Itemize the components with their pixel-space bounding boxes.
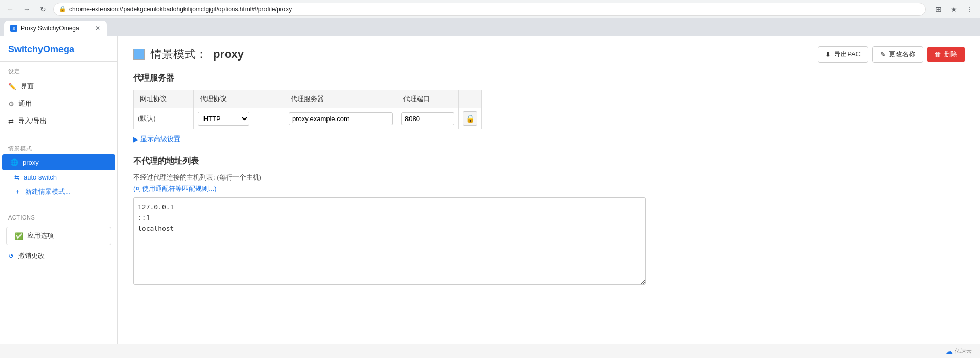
globe-icon: 🌐 <box>10 158 18 166</box>
col-proxy-server: 代理服务器 <box>284 90 397 108</box>
sidebar-item-proxy[interactable]: 🌐 proxy <box>2 154 115 170</box>
profiles-section-label: 情景模式 <box>0 138 117 154</box>
advanced-settings-link[interactable]: ▶ 显示高级设置 <box>133 129 965 144</box>
export-icon: ⬇ <box>825 51 831 58</box>
sidebar-divider-2 <box>0 204 117 204</box>
col-proxy-protocol: 代理协议 <box>193 90 284 108</box>
revert-item[interactable]: ↺ 撤销更改 <box>0 247 117 265</box>
delete-button[interactable]: 🗑 删除 <box>927 47 965 62</box>
tab-bar: S Proxy SwitchyOmega ✕ <box>0 18 980 36</box>
ssl-lock-icon: 🔒 <box>59 6 66 12</box>
app-logo: SwitchyOmega <box>0 36 117 62</box>
no-proxy-textarea[interactable]: 127.0.0.1 ::1 localhost <box>133 197 646 285</box>
tab-favicon: S <box>10 25 17 32</box>
browser-menu-icon[interactable]: ⋮ <box>963 3 976 16</box>
revert-label: 撤销更改 <box>18 251 45 261</box>
sidebar-item-auto-switch[interactable]: ⇆ auto switch <box>0 170 117 184</box>
forward-button[interactable]: → <box>21 3 33 15</box>
browser-chrome-bar: ← → ↻ 🔒 chrome-extension://padekgcemlokb… <box>0 0 980 18</box>
footer-logo: ☁ 亿速云 <box>946 347 972 355</box>
import-export-icon: ⇄ <box>8 117 14 125</box>
sidebar: SwitchyOmega 设定 ✏️ 界面 ⚙ 通用 ⇄ 导入/导出 情景模式 … <box>0 36 118 344</box>
proxy-table: 网址协议 代理协议 代理服务器 代理端口 (默认) HTTP HTTPS SOC… <box>133 90 482 129</box>
sidebar-auto-switch-label: auto switch <box>24 173 57 181</box>
actions-section: ✅ 应用选项 ↺ 撤销更改 <box>0 223 117 267</box>
address-protocol-cell: (默认) <box>134 108 194 129</box>
sidebar-item-new-profile[interactable]: ＋ 新建情景模式... <box>0 184 117 200</box>
gear-icon: ⚙ <box>8 100 14 108</box>
sidebar-proxy-label: proxy <box>23 158 39 166</box>
no-proxy-section: 不代理的地址列表 不经过代理连接的主机列表: (每行一个主机) (可使用通配符等… <box>133 156 965 286</box>
app-container: SwitchyOmega 设定 ✏️ 界面 ⚙ 通用 ⇄ 导入/导出 情景模式 … <box>0 36 980 344</box>
page-title-area: 情景模式： proxy <box>133 47 244 62</box>
sidebar-item-general[interactable]: ⚙ 通用 <box>0 95 117 112</box>
bookmark-star-icon[interactable]: ★ <box>947 3 961 16</box>
proxy-server-cell <box>284 108 397 129</box>
table-row: (默认) HTTP HTTPS SOCKS4 SOCKS5 <box>134 108 482 129</box>
sidebar-divider-1 <box>0 134 117 134</box>
header-actions: ⬇ 导出PAC ✎ 更改名称 🗑 删除 <box>818 46 965 63</box>
chevron-right-icon: ▶ <box>133 135 138 143</box>
profile-color-indicator <box>133 49 145 60</box>
actions-section-label: ACTIONS <box>0 208 117 223</box>
proxy-port-input[interactable] <box>401 112 454 125</box>
reload-button[interactable]: ↻ <box>37 3 49 15</box>
tab-close-icon[interactable]: ✕ <box>95 25 100 32</box>
export-pac-label: 导出PAC <box>834 50 861 59</box>
no-proxy-section-title: 不代理的地址列表 <box>133 156 965 167</box>
page-title-name: proxy <box>213 48 244 61</box>
sidebar-appearance-label: 界面 <box>21 82 34 91</box>
sidebar-item-appearance[interactable]: ✏️ 界面 <box>0 77 117 95</box>
page-header: 情景模式： proxy ⬇ 导出PAC ✎ 更改名称 🗑 删除 <box>133 46 965 63</box>
proxy-port-cell <box>397 108 459 129</box>
tab-title: Proxy SwitchyOmega <box>21 25 92 32</box>
sidebar-import-export-label: 导入/导出 <box>18 116 47 126</box>
delete-label: 删除 <box>944 50 957 59</box>
settings-section-label: 设定 <box>0 62 117 77</box>
browser-toolbar-icons: ⊞ ★ ⋮ <box>932 3 976 16</box>
footer: ☁ 亿速云 <box>0 344 980 358</box>
rename-label: 更改名称 <box>889 50 915 59</box>
col-proxy-port: 代理端口 <box>397 90 459 108</box>
col-actions-header <box>459 90 482 108</box>
proxy-section-title: 代理服务器 <box>133 73 965 84</box>
auto-switch-icon: ⇆ <box>14 174 19 181</box>
address-bar[interactable]: 🔒 chrome-extension://padekgcemlokbadohgk… <box>53 3 926 16</box>
check-circle-icon: ✅ <box>15 232 23 240</box>
cloud-icon: ☁ <box>946 347 953 355</box>
sidebar-new-profile-label: 新建情景模式... <box>25 187 71 196</box>
sidebar-item-import-export[interactable]: ⇄ 导入/导出 <box>0 112 117 130</box>
url-text: chrome-extension://padekgcemlokbadohgkif… <box>69 6 292 13</box>
export-pac-button[interactable]: ⬇ 导出PAC <box>818 46 868 63</box>
edit-icon: ✎ <box>880 51 886 58</box>
auth-lock-button[interactable]: 🔒 <box>463 111 477 126</box>
pencil-icon: ✏️ <box>8 83 16 90</box>
plus-icon: ＋ <box>14 187 21 196</box>
page-title-prefix: 情景模式： <box>151 47 207 62</box>
apply-options-label: 应用选项 <box>27 231 54 241</box>
apply-options-item[interactable]: ✅ 应用选项 <box>6 227 111 245</box>
footer-label: 亿速云 <box>955 347 972 355</box>
revert-icon: ↺ <box>8 252 14 260</box>
col-address-protocol: 网址协议 <box>134 90 194 108</box>
proxy-server-input[interactable] <box>289 112 393 125</box>
trash-icon: 🗑 <box>934 51 941 58</box>
no-proxy-hint[interactable]: (可使用通配符等匹配规则...) <box>133 184 965 193</box>
lock-cell: 🔒 <box>459 108 482 129</box>
sidebar-general-label: 通用 <box>18 99 32 108</box>
rename-button[interactable]: ✎ 更改名称 <box>872 46 923 63</box>
protocol-select[interactable]: HTTP HTTPS SOCKS4 SOCKS5 <box>198 112 249 126</box>
back-button[interactable]: ← <box>4 3 16 15</box>
active-tab[interactable]: S Proxy SwitchyOmega ✕ <box>4 21 107 36</box>
main-content: 情景模式： proxy ⬇ 导出PAC ✎ 更改名称 🗑 删除 代理服务器 <box>118 36 980 344</box>
no-proxy-description: 不经过代理连接的主机列表: (每行一个主机) <box>133 173 965 182</box>
advanced-settings-label: 显示高级设置 <box>140 134 180 144</box>
extensions-icon[interactable]: ⊞ <box>932 3 945 16</box>
proxy-protocol-cell: HTTP HTTPS SOCKS4 SOCKS5 <box>193 108 284 129</box>
